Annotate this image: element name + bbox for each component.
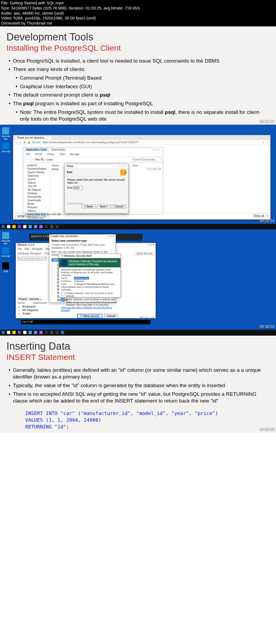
nav-reload-icon[interactable]: ↻ (23, 141, 26, 144)
private-net-checkbox[interactable] (61, 292, 65, 295)
fw-help-link[interactable]: What are the risks of allowing an app th… (61, 306, 112, 312)
setup-dialog: Setup—□× Port Please select the port num… (64, 164, 129, 213)
ribbon-downloads[interactable]: Downloads (49, 148, 67, 151)
edge-icon[interactable] (18, 225, 21, 228)
app-icon[interactable] (39, 225, 43, 228)
quick-access[interactable]: Quick Access (135, 252, 154, 255)
conn-heading: Select new connection type (49, 238, 116, 243)
port-input[interactable] (73, 186, 83, 190)
explorer-search-input[interactable] (132, 158, 161, 162)
desktop-icon-recycle-bin[interactable]: Recycle Bin (2, 127, 10, 140)
slide-development-tools: Development Tools Installing the Postgre… (0, 26, 276, 125)
media-size: Size: 341609577 bytes (325.78 MiB), dura… (1, 6, 275, 11)
menu-home[interactable]: Home (35, 153, 42, 156)
ribbon-app-tools[interactable]: Application Tools (24, 148, 49, 151)
nav-back-icon[interactable]: ← (25, 158, 27, 161)
media-file: File: Getting Started with SQL.mp4 (1, 1, 275, 6)
slide2-title: Inserting Data (6, 340, 270, 352)
slide2-subtitle: INSERT Statement (6, 353, 270, 362)
cancel-button[interactable]: Cancel (112, 205, 126, 209)
media-info-header: File: Getting Started with SQL.mp4 Size:… (0, 0, 276, 26)
dbeaver-title: DBeaver 4.2.6 (17, 243, 34, 246)
timestamp: 00:25:24 (260, 219, 275, 223)
cortana-icon[interactable] (7, 225, 10, 228)
vscode-icon[interactable] (34, 225, 37, 228)
app-icon[interactable] (29, 225, 32, 228)
chrome-icon[interactable] (23, 225, 26, 228)
bullet: Once PostgreSQL is installed, a client t… (9, 57, 270, 64)
timestamp: 00:38:03 (260, 324, 275, 329)
timestamp: 00:12:42 (260, 119, 275, 124)
project-tab[interactable]: Project - General ⌄ (18, 297, 43, 301)
slide1-subtitle: Installing the PostgreSQL Client (6, 43, 270, 53)
window-controls[interactable]: — □ × (147, 243, 154, 246)
media-audio: Audio: aac, 48000 Hz, stereo (und) (1, 11, 275, 16)
window-controls[interactable]: — □ × (150, 148, 162, 151)
bullet: Command Prompt (Terminal) Based (16, 74, 270, 81)
bookmark-icon[interactable]: ★ (262, 141, 264, 144)
setup-heading: Port (67, 171, 72, 174)
nav-up-icon[interactable]: ↑ (32, 158, 34, 161)
recycle-bin-icon (2, 232, 9, 239)
bullet: Typically, the value of the "id" column … (9, 382, 270, 389)
explorer-icon[interactable] (12, 225, 16, 228)
sql-code-block: INSERT INTO "car" ("manufacturer_id", "m… (25, 410, 270, 430)
bullet: There is no accepted ANSI SQL way of get… (9, 391, 270, 404)
bullet: There are many kinds of clients: Command… (9, 66, 270, 90)
desktop-icon-carssql[interactable]: cars.sql (2, 142, 10, 153)
address-bar[interactable]: https://www.enterprisedb.com/thank-you-d… (42, 141, 260, 144)
desktop-icon-recycle-bin[interactable]: Recycle Bin (2, 232, 10, 245)
db-filter-input[interactable] (17, 257, 47, 261)
desktop-icon-psql[interactable]: psql (2, 262, 10, 272)
screenshot-installer: Recycle Bin cars.sql Thank you for downl… (0, 125, 276, 224)
app-icon[interactable] (45, 225, 48, 228)
nav-fwd-icon[interactable]: → (29, 158, 31, 161)
bullet: The default command prompt client is psq… (9, 91, 270, 98)
start-icon[interactable] (2, 331, 5, 334)
show-all-button[interactable]: Show all (252, 214, 266, 218)
app-icon[interactable] (56, 225, 59, 228)
postgres-logo-icon (120, 169, 126, 175)
bullet: Graphical User Interfaces (GUI) (16, 83, 270, 90)
recycle-bin-icon (2, 127, 9, 134)
menu-file[interactable]: File (26, 153, 30, 156)
browser-window: Thank you for downloa… ← → ↻ 🔒 Secure ht… (13, 135, 271, 220)
desktop-icon-carssql[interactable]: cars.sql (2, 247, 10, 257)
breadcrumb[interactable]: This PC › Loca (35, 158, 53, 161)
close-icon[interactable]: × (267, 214, 268, 217)
psql-terminal[interactable]: cars=# (21, 320, 150, 324)
slide1-title: Development Tools (6, 31, 270, 43)
menu-share[interactable]: Share (47, 153, 54, 156)
nav-back-icon[interactable]: ← (15, 141, 18, 144)
slide-inserting-data: Inserting Data INSERT Statement Generall… (0, 336, 276, 433)
menu-file[interactable]: File (18, 247, 22, 250)
setup-title: Setup (66, 165, 73, 168)
screenshot-dbeaver-firewall: Recycle Bin cars.sql psql pgAdmin 4 File… (0, 224, 276, 330)
window-controls[interactable]: —□× (118, 165, 127, 168)
secure-label: Secure (32, 141, 41, 144)
cancel-button[interactable]: Cancel (104, 314, 118, 318)
public-net-checkbox[interactable] (61, 298, 65, 302)
vscode-icon (2, 142, 9, 149)
window-controls[interactable]: — □ × (107, 235, 115, 238)
bullet-note: Note: The entire PostgreSQL system must … (16, 109, 270, 122)
explorer-tree[interactable]: projectsPycharmProjectSaved GamesSearche… (23, 163, 50, 212)
bullet: Generally, tables (entities) are defined… (9, 367, 270, 380)
menu-manage[interactable]: Manage (70, 153, 80, 156)
start-icon[interactable] (2, 225, 5, 228)
timestamp: 00:50:45 (260, 427, 275, 432)
firewall-dialog: 🛡 Windows Security Alert Windows Defende… (59, 254, 121, 297)
browser-tab[interactable]: Thank you for downloa… (15, 136, 52, 139)
shield-icon (61, 260, 67, 266)
media-generated: Generated by Thumbnail me (1, 21, 275, 26)
menu-view[interactable]: View (59, 153, 65, 156)
next-button[interactable]: Next > (97, 205, 111, 209)
allow-access-button[interactable]: 🛡 Allow access (77, 314, 102, 318)
nav-fwd-icon[interactable]: → (19, 141, 22, 144)
menu-icon[interactable]: ⋮ (266, 141, 269, 144)
taskbar[interactable] (0, 224, 276, 229)
bullet: The psql program is installed as part of… (9, 100, 270, 122)
app-icon[interactable] (50, 225, 53, 228)
back-button[interactable]: < Back (82, 205, 96, 209)
lock-icon: 🔒 (27, 141, 30, 144)
